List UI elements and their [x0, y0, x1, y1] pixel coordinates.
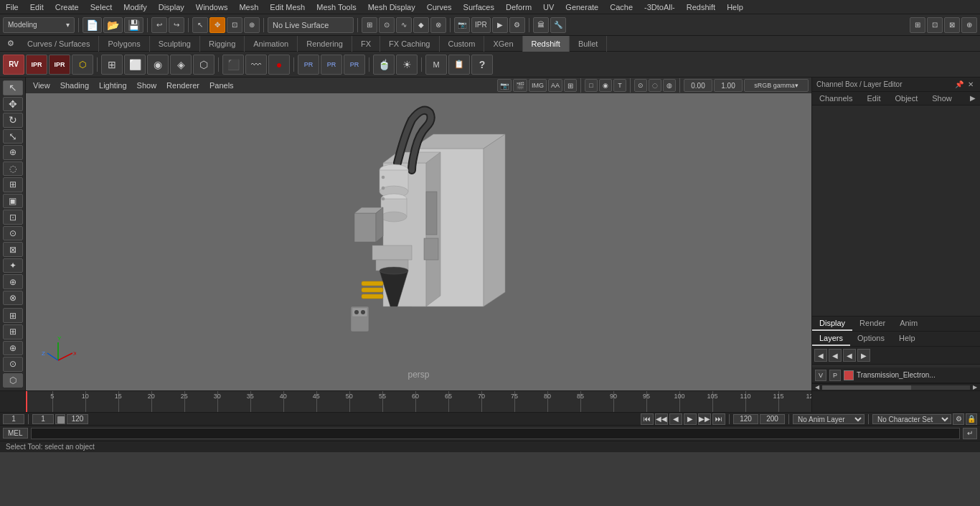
- tool-lasso[interactable]: ⊞: [3, 177, 23, 192]
- new-file-btn[interactable]: 📄: [83, 17, 102, 33]
- display-layer-btn[interactable]: 🏛: [533, 17, 549, 33]
- layer-visible-btn[interactable]: V: [815, 370, 826, 381]
- pb-go-start[interactable]: ⏮: [641, 413, 654, 425]
- menu-cache[interactable]: Cache: [604, 1, 639, 13]
- tool-bottom1[interactable]: ⊞: [3, 308, 23, 323]
- tab-curves-surfaces[interactable]: Curves / Surfaces: [19, 36, 99, 52]
- tab-render[interactable]: Render: [852, 317, 892, 331]
- layer-scrollbar[interactable]: ◀ ▶: [812, 383, 980, 390]
- tool-move[interactable]: ✥: [3, 97, 23, 112]
- menu-modify[interactable]: Modify: [118, 1, 152, 13]
- menu-edit[interactable]: Edit: [24, 1, 50, 13]
- pb-play-fwd[interactable]: ▶: [684, 413, 697, 425]
- menu-mesh-tools[interactable]: Mesh Tools: [311, 1, 362, 13]
- menu-generate[interactable]: Generate: [560, 1, 604, 13]
- max-frame-input[interactable]: [760, 414, 785, 424]
- vp-extra1[interactable]: ⊙: [634, 79, 647, 92]
- scroll-left-btn[interactable]: ◀: [812, 384, 822, 391]
- menu-mesh[interactable]: Mesh: [233, 1, 264, 13]
- tool-rotate[interactable]: ↻: [3, 113, 23, 128]
- pb-go-end[interactable]: ⏭: [712, 413, 725, 425]
- open-file-btn[interactable]: 📂: [103, 17, 123, 33]
- tab-object[interactable]: Object: [887, 92, 925, 105]
- timeline-playhead[interactable]: [26, 391, 27, 412]
- tab-bullet[interactable]: Bullet: [570, 36, 608, 52]
- tab-show[interactable]: Show: [925, 92, 959, 105]
- range-start-input[interactable]: [32, 414, 54, 424]
- menu-display[interactable]: Display: [153, 1, 190, 13]
- tab-animation[interactable]: Animation: [245, 36, 298, 52]
- menu-deform[interactable]: Deform: [500, 1, 537, 13]
- scroll-right-btn[interactable]: ▶: [970, 384, 980, 391]
- rs-btn-light[interactable]: ☀: [396, 55, 418, 75]
- tab-xgen[interactable]: XGen: [484, 36, 522, 52]
- rs-btn-shape[interactable]: ◈: [170, 55, 192, 75]
- rs-btn-ipr[interactable]: IPR: [26, 55, 47, 75]
- vp-menu-shading[interactable]: Shading: [56, 79, 93, 92]
- scroll-thumb[interactable]: [822, 385, 911, 390]
- vp-img-btn[interactable]: IMG: [529, 79, 547, 92]
- vp-smooth-btn[interactable]: ◉: [599, 79, 612, 92]
- viewport-3d[interactable]: View Shading Lighting Show Renderer Pane…: [26, 78, 811, 390]
- tab-polygons[interactable]: Polygons: [99, 36, 149, 52]
- rs-btn-rv[interactable]: RV: [3, 55, 24, 75]
- tool-bottom3[interactable]: ⊕: [3, 341, 23, 356]
- move-mode-btn[interactable]: ✥: [209, 17, 225, 33]
- tab-redshift[interactable]: Redshift: [523, 36, 570, 52]
- vp-menu-show[interactable]: Show: [133, 79, 161, 92]
- tab-edit[interactable]: Edit: [859, 92, 887, 105]
- panel-expand-btn[interactable]: ▶: [966, 92, 980, 105]
- tool-extra4[interactable]: ✦: [3, 258, 23, 273]
- vp-wire-btn[interactable]: □: [585, 79, 598, 92]
- vp-extra3[interactable]: ◍: [663, 79, 676, 92]
- rs-btn-pr2[interactable]: PR: [321, 55, 342, 75]
- tool-bottom2[interactable]: ⊞: [3, 324, 23, 339]
- menu-edit-mesh[interactable]: Edit Mesh: [264, 1, 311, 13]
- render-cam-btn[interactable]: 📷: [454, 17, 470, 33]
- layer-btn2[interactable]: ◀: [829, 349, 842, 362]
- menu-file[interactable]: File: [0, 1, 24, 13]
- layer-btn4[interactable]: ▶: [857, 349, 870, 362]
- rs-btn-box[interactable]: ⬜: [124, 55, 146, 75]
- rs-btn-pr3[interactable]: PR: [344, 55, 365, 75]
- tab-fx[interactable]: FX: [352, 36, 380, 52]
- char-set-select[interactable]: No Character Set: [872, 414, 951, 424]
- tool-extra2[interactable]: ⊙: [3, 226, 23, 241]
- pb-extra-btn1[interactable]: ⚙: [953, 413, 964, 425]
- tool-paint[interactable]: ▣: [3, 194, 23, 209]
- vp-menu-view[interactable]: View: [29, 79, 55, 92]
- tab-anim[interactable]: Anim: [892, 317, 925, 331]
- script-input-field[interactable]: [31, 428, 960, 439]
- render-opts-btn[interactable]: ⚙: [509, 17, 525, 33]
- layout-btn2[interactable]: ⊡: [927, 17, 943, 33]
- menu-curves[interactable]: Curves: [421, 1, 458, 13]
- sub-tab-layers[interactable]: Layers: [812, 332, 850, 346]
- tool-extra5[interactable]: ⊕: [3, 274, 23, 289]
- rs-btn-sphere[interactable]: ◉: [147, 55, 169, 75]
- pb-prev-frame[interactable]: ◀: [669, 413, 682, 425]
- tool-scale[interactable]: ⤡: [3, 129, 23, 144]
- tab-display[interactable]: Display: [812, 317, 852, 331]
- vp-menu-lighting[interactable]: Lighting: [95, 79, 131, 92]
- end-frame-input[interactable]: [733, 414, 758, 424]
- vp-cam-btn[interactable]: 📷: [497, 79, 512, 92]
- menu-select[interactable]: Select: [85, 1, 118, 13]
- rs-btn-cube[interactable]: ⬛: [222, 55, 244, 75]
- menu-redshift[interactable]: Redshift: [681, 1, 721, 13]
- render-setup-btn[interactable]: 🔧: [550, 17, 566, 33]
- timeline-ruler[interactable]: 5101520253035404550556065707580859095100…: [26, 391, 811, 412]
- paint-sel-btn[interactable]: ⊕: [244, 17, 260, 33]
- snap-grid-btn[interactable]: ⊙: [379, 17, 395, 33]
- sub-tab-help[interactable]: Help: [892, 332, 923, 346]
- frame-slider[interactable]: [55, 414, 65, 424]
- tool-universal[interactable]: ⊕: [3, 145, 23, 160]
- tool-extra3[interactable]: ⊠: [3, 242, 23, 257]
- rs-btn-mat[interactable]: M: [425, 55, 447, 75]
- render-seq-btn[interactable]: ▶: [492, 17, 508, 33]
- menu-surfaces[interactable]: Surfaces: [458, 1, 500, 13]
- lasso-btn[interactable]: ⊡: [227, 17, 242, 33]
- tab-sculpting[interactable]: Sculpting: [150, 36, 200, 52]
- rs-btn-log[interactable]: ⬡: [72, 55, 93, 75]
- grid-btn[interactable]: ⊞: [362, 17, 377, 33]
- rs-btn-ipr2[interactable]: IPR: [49, 55, 70, 75]
